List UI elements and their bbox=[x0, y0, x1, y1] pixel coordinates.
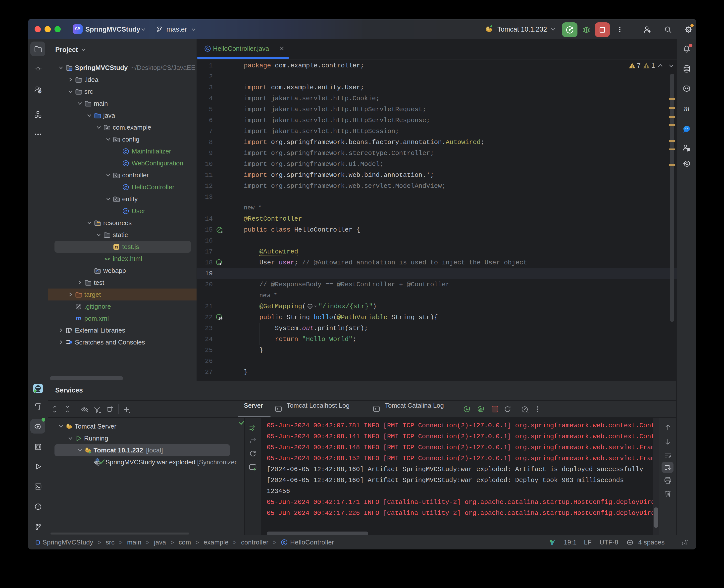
svg-text:C: C bbox=[124, 185, 127, 189]
svg-text:C: C bbox=[124, 209, 127, 213]
svg-text:m: m bbox=[76, 315, 81, 322]
svg-text:C: C bbox=[124, 161, 127, 165]
svg-text:C: C bbox=[283, 540, 286, 544]
svg-text:JS: JS bbox=[115, 245, 119, 249]
svg-text:<>: <> bbox=[104, 256, 110, 261]
svg-text:m: m bbox=[684, 104, 689, 112]
svg-text:?: ? bbox=[39, 90, 41, 94]
svg-text:C: C bbox=[206, 46, 209, 51]
svg-text:C: C bbox=[124, 149, 127, 153]
